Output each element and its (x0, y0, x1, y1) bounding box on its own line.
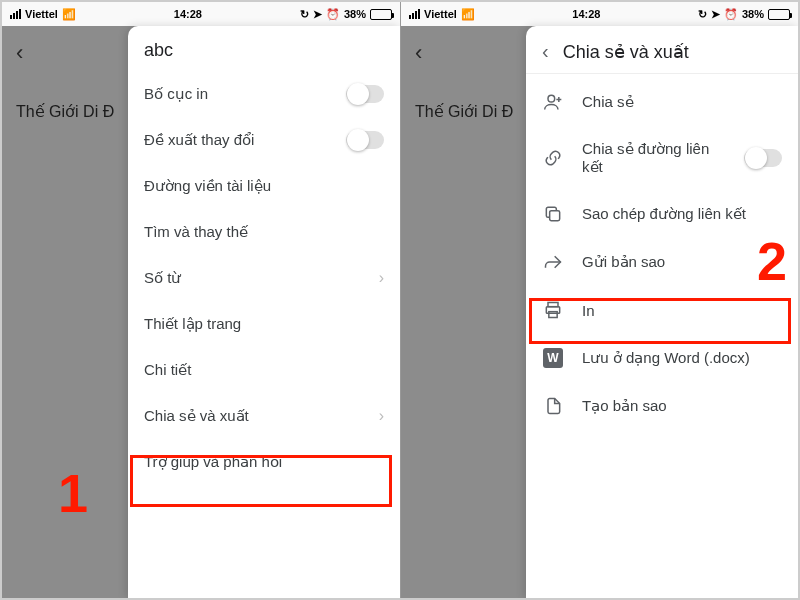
menu-item-details[interactable]: Chi tiết (128, 347, 400, 393)
toggle-icon[interactable] (346, 85, 384, 103)
step-number-2: 2 (757, 230, 787, 292)
battery-pct: 38% (742, 8, 764, 20)
signal-icon (409, 9, 420, 19)
sheet-title: Chia sẻ và xuất (563, 41, 689, 63)
screenshot-left: Viettel 📶 14:28 ↻ ➤ ⏰ 38% ‹ Thế Giới Di … (2, 2, 400, 598)
menu-item-share-export[interactable]: Chia sẻ và xuất › (128, 393, 400, 439)
svg-rect-4 (549, 312, 557, 318)
toggle-icon[interactable] (346, 131, 384, 149)
menu-item-word-count[interactable]: Số từ › (128, 255, 400, 301)
sheet-title: abc (144, 40, 173, 61)
status-bar: Viettel 📶 14:28 ↻ ➤ ⏰ 38% (2, 2, 400, 26)
status-bar: Viettel 📶 14:28 ↻ ➤ ⏰ 38% (401, 2, 798, 26)
menu-item-share[interactable]: Chia sẻ (526, 78, 798, 126)
location-icon: ➤ (313, 8, 322, 21)
menu-item-document-outline[interactable]: Đường viền tài liệu (128, 163, 400, 209)
menu-item-save-word[interactable]: W Lưu ở dạng Word (.docx) (526, 334, 798, 382)
sheet-header: ‹ Chia sẻ và xuất (526, 26, 798, 73)
battery-icon (768, 9, 790, 20)
wifi-icon: 📶 (461, 8, 475, 21)
status-time: 14:28 (174, 8, 202, 20)
battery-icon (370, 9, 392, 20)
menu-item-page-setup[interactable]: Thiết lập trang (128, 301, 400, 347)
svg-point-0 (548, 95, 555, 102)
back-button[interactable]: ‹ (542, 40, 549, 63)
forward-icon (542, 252, 564, 272)
print-icon (542, 300, 564, 320)
menu-item-help-feedback[interactable]: Trợ giúp và phản hồi (128, 439, 400, 485)
signal-icon (10, 9, 21, 19)
menu-item-suggest-changes[interactable]: Đề xuất thay đổi (128, 117, 400, 163)
menu-list: Bố cục in Đề xuất thay đổi Đường viền tà… (128, 71, 400, 485)
menu-item-share-link[interactable]: Chia sẻ đường liên kết (526, 126, 798, 190)
screenshot-right: Viettel 📶 14:28 ↻ ➤ ⏰ 38% ‹ Thế Giới Di … (400, 2, 798, 598)
alarm-icon: ⏰ (326, 8, 340, 21)
orientation-lock-icon: ↻ (300, 8, 309, 21)
battery-pct: 38% (344, 8, 366, 20)
svg-rect-1 (550, 211, 560, 221)
location-icon: ➤ (711, 8, 720, 21)
wifi-icon: 📶 (62, 8, 76, 21)
status-time: 14:28 (572, 8, 600, 20)
chevron-right-icon: › (379, 269, 384, 287)
menu-item-make-copy[interactable]: Tạo bản sao (526, 382, 798, 430)
person-add-icon (542, 92, 564, 112)
step-number-1: 1 (58, 462, 88, 524)
toggle-icon[interactable] (744, 149, 782, 167)
file-copy-icon (542, 396, 564, 416)
overflow-menu-sheet: abc Bố cục in Đề xuất thay đổi Đường viề… (128, 26, 400, 598)
carrier-label: Viettel (424, 8, 457, 20)
copy-icon (542, 204, 564, 224)
menu-item-print-layout[interactable]: Bố cục in (128, 71, 400, 117)
share-export-sheet: ‹ Chia sẻ và xuất Chia sẻ Chia sẻ đường … (526, 26, 798, 598)
divider (526, 73, 798, 74)
word-icon: W (542, 348, 564, 368)
carrier-label: Viettel (25, 8, 58, 20)
chevron-right-icon: › (379, 407, 384, 425)
menu-item-print[interactable]: In (526, 286, 798, 334)
orientation-lock-icon: ↻ (698, 8, 707, 21)
link-icon (542, 148, 564, 168)
menu-item-find-replace[interactable]: Tìm và thay thế (128, 209, 400, 255)
sheet-header: abc (128, 26, 400, 71)
alarm-icon: ⏰ (724, 8, 738, 21)
